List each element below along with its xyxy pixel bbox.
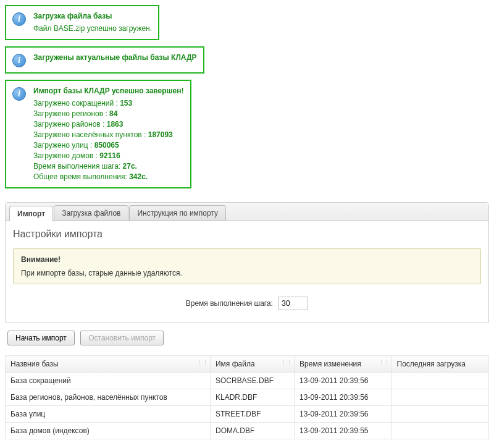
cell-name: База сокращений xyxy=(6,373,211,389)
table-row[interactable]: База улицSTREET.DBF13-09-2011 20:39:56 xyxy=(6,406,489,423)
info-box-upload: i Загрузка файла базы Файл BASE.zip успе… xyxy=(5,5,159,40)
table-row[interactable]: База сокращенийSOCRBASE.DBF13-09-2011 20… xyxy=(6,373,489,389)
info-icon: i xyxy=(12,87,26,101)
stat-value: 187093 xyxy=(148,130,173,139)
stat-value: 92116 xyxy=(99,151,120,160)
table-row[interactable]: База домов (индексов)DOMA.DBF13-09-2011 … xyxy=(6,423,489,439)
tab-bar: Импорт Загрузка файлов Инструкция по имп… xyxy=(6,203,488,221)
stat-value: 342с. xyxy=(129,172,148,181)
stat-line: Общее время выполнения: 342с. xyxy=(33,172,184,182)
info-icon: i xyxy=(12,54,26,67)
stat-value: 850065 xyxy=(94,141,119,150)
button-row: Начать импорт Остановить импорт xyxy=(5,327,489,349)
bases-table: Назвние базы⋮⋮ Имя файла⋮⋮ Время изменен… xyxy=(5,355,489,439)
stat-label: Загружено регионов : xyxy=(33,109,109,118)
cell-name: База улиц xyxy=(6,406,211,423)
cell-file: SOCRBASE.DBF xyxy=(210,373,294,389)
cell-file: STREET.DBF xyxy=(210,406,294,423)
tab-instructions[interactable]: Инструкция по импорту xyxy=(129,205,226,221)
info-subtitle: Файл BASE.zip успешно загружен. xyxy=(33,23,152,34)
cell-name: База домов (индексов) xyxy=(6,423,211,439)
cell-mod: 13-09-2011 20:39:56 xyxy=(295,373,391,389)
info-title: Импорт базы КЛАДР успешно завершен! xyxy=(33,86,184,96)
cell-last xyxy=(391,423,488,439)
cell-mod: 13-09-2011 20:39:56 xyxy=(295,406,391,423)
info-box-import-done: i Импорт базы КЛАДР успешно завершен! За… xyxy=(5,80,191,188)
info-icon: i xyxy=(12,12,26,26)
stat-label: Загружено улиц : xyxy=(33,141,94,150)
start-import-button[interactable]: Начать импорт xyxy=(7,331,75,345)
warning-title: Внимание! xyxy=(21,255,473,264)
stat-line: Загружено населённых пунктов : 187093 xyxy=(33,130,184,140)
stat-line: Загружено улиц : 850065 xyxy=(33,140,184,151)
stat-label: Загружено районов : xyxy=(33,120,107,129)
col-resize-icon[interactable]: ⋮⋮ xyxy=(379,360,390,366)
stat-line: Загружено домов : 92116 xyxy=(33,151,184,161)
warning-box: Внимание! При импорте базы, старые данны… xyxy=(13,248,481,284)
stat-line: Загружено сокращений : 153 xyxy=(33,98,184,109)
warning-text: При импорте базы, старые данные удаляютс… xyxy=(21,269,473,277)
stat-label: Загружено домов : xyxy=(33,151,99,160)
step-label: Время выполнения шага: xyxy=(186,299,273,308)
tab-upload[interactable]: Загрузка файлов xyxy=(54,205,128,221)
step-time-input[interactable] xyxy=(278,297,308,310)
info-title: Загрузка файла базы xyxy=(33,11,152,22)
cell-last xyxy=(391,389,488,406)
stat-value: 84 xyxy=(109,109,117,118)
cell-last xyxy=(391,373,488,389)
stat-value: 27с. xyxy=(123,162,137,171)
stat-line: Загружено регионов : 84 xyxy=(33,109,184,119)
col-resize-icon[interactable]: ⋮⋮ xyxy=(281,360,292,366)
stop-import-button[interactable]: Остановить импорт xyxy=(80,331,164,345)
info-box-files: i Загружены актуальные файлы базы КЛАДР xyxy=(5,46,204,74)
col-modified[interactable]: Время изменения⋮⋮ xyxy=(295,356,391,373)
tabs-container: Импорт Загрузка файлов Инструкция по имп… xyxy=(5,202,489,323)
stat-label: Общее время выполнения: xyxy=(33,172,129,181)
cell-name: База регионов, районов, населённых пункт… xyxy=(6,389,211,406)
col-resize-icon[interactable]: ⋮⋮ xyxy=(197,360,208,366)
cell-file: DOMA.DBF xyxy=(210,423,294,439)
cell-file: KLADR.DBF xyxy=(210,389,294,406)
tab-import[interactable]: Импорт xyxy=(9,206,53,221)
stat-line: Загружено районов : 1863 xyxy=(33,119,184,130)
col-last-load[interactable]: Последняя загрузка xyxy=(391,356,488,373)
cell-mod: 13-09-2011 20:39:55 xyxy=(295,423,391,439)
stat-value: 1863 xyxy=(107,120,124,129)
table-row[interactable]: База регионов, районов, населённых пункт… xyxy=(6,389,489,406)
stat-value: 153 xyxy=(120,99,132,108)
info-title: Загружены актуальные файлы базы КЛАДР xyxy=(33,53,197,63)
stat-label: Время выполнения шага: xyxy=(33,162,123,171)
col-name[interactable]: Назвние базы⋮⋮ xyxy=(6,356,211,373)
cell-mod: 13-09-2011 20:39:56 xyxy=(295,389,391,406)
cell-last xyxy=(391,406,488,423)
stat-line: Время выполнения шага: 27с. xyxy=(33,161,184,172)
col-file[interactable]: Имя файла⋮⋮ xyxy=(210,356,294,373)
stat-label: Загружено сокращений : xyxy=(33,99,120,108)
panel: Настройки импорта Внимание! При импорте … xyxy=(6,221,488,323)
stat-label: Загружено населённых пунктов : xyxy=(33,130,148,139)
panel-title: Настройки импорта xyxy=(13,229,481,240)
